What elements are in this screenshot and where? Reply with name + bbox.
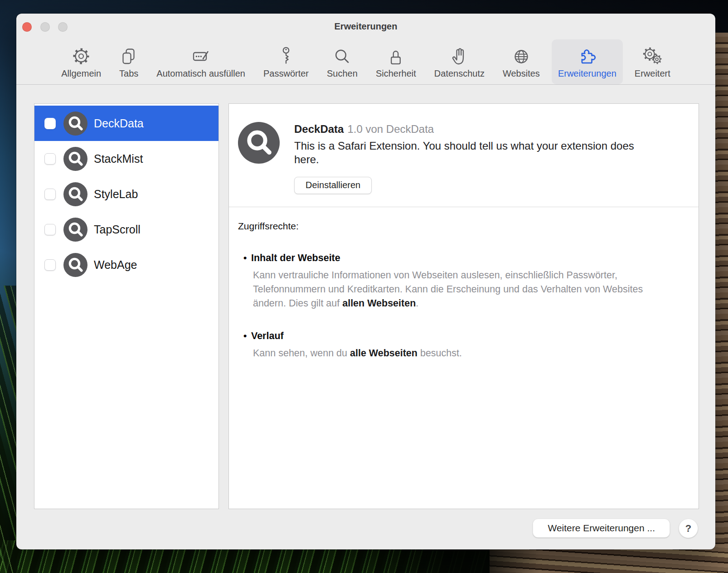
- tab-suchen[interactable]: Suchen: [320, 39, 364, 84]
- extension-title-row: DeckData1.0 von DeckData: [294, 123, 434, 136]
- tab-label: Websites: [503, 68, 540, 79]
- tabs-icon: [121, 44, 136, 66]
- permission-description: Kann vertrauliche Informationen von Webs…: [253, 268, 645, 311]
- permission-text-pre: Kann sehen, wenn du: [253, 348, 350, 359]
- permission-title: Inhalt der Webseite: [251, 253, 671, 264]
- extension-description: This is a Safari Extension. You should t…: [294, 139, 644, 167]
- toolbar-divider: [16, 84, 715, 85]
- permissions-section: Zugriffsrechte: • Inhalt der Webseite Ka…: [238, 221, 671, 380]
- tab-sicherheit[interactable]: Sicherheit: [369, 39, 422, 84]
- window-title: Erweiterungen: [16, 21, 715, 32]
- permission-description: Kann sehen, wenn du alle Webseiten besuc…: [253, 346, 645, 360]
- double-gear-icon: [642, 44, 663, 66]
- autofill-icon: [193, 44, 209, 66]
- uninstall-button[interactable]: Deinstallieren: [294, 177, 372, 194]
- extension-checkbox[interactable]: [44, 224, 56, 235]
- bullet-icon: •: [243, 253, 247, 263]
- wallpaper-plants-left: [0, 286, 18, 573]
- permission-text-post: .: [416, 298, 418, 309]
- tab-datenschutz[interactable]: Datenschutz: [428, 39, 491, 84]
- extension-checkbox[interactable]: [44, 189, 56, 200]
- extension-version-meta: 1.0 von DeckData: [347, 123, 434, 135]
- preferences-toolbar: Allgemein Tabs: [16, 37, 715, 84]
- extension-checkbox[interactable]: [44, 153, 56, 165]
- help-button[interactable]: ?: [679, 519, 698, 538]
- titlebar: Erweiterungen: [16, 14, 715, 39]
- permission-item-website-content: • Inhalt der Webseite Kann vertrauliche …: [238, 253, 671, 311]
- tab-allgemein[interactable]: Allgemein: [55, 39, 107, 84]
- puzzle-icon: [578, 44, 596, 66]
- extension-magnifier-icon: [63, 253, 87, 277]
- extension-name: TapScroll: [94, 223, 141, 236]
- permission-text-post: besuchst.: [417, 348, 462, 359]
- permission-text-bold: allen Webseiten: [342, 298, 416, 309]
- extension-row-deckdata[interactable]: DeckData: [34, 106, 218, 141]
- tab-label: Allgemein: [61, 68, 101, 79]
- detail-divider: [229, 207, 699, 207]
- extension-checkbox[interactable]: [44, 259, 56, 271]
- tab-erweitert[interactable]: Erweitert: [628, 39, 677, 84]
- extension-magnifier-icon: [63, 147, 87, 171]
- extension-row-tapscroll[interactable]: TapScroll: [34, 212, 218, 247]
- tab-tabs[interactable]: Tabs: [113, 39, 145, 84]
- tab-label: Erweiterungen: [558, 68, 616, 79]
- extension-row-webage[interactable]: WebAge: [34, 247, 218, 282]
- gear-icon: [72, 44, 90, 66]
- extension-name: StackMist: [94, 152, 143, 165]
- tab-label: Erweitert: [635, 68, 670, 79]
- lock-icon: [388, 44, 403, 66]
- extension-detail-panel: DeckData1.0 von DeckData This is a Safar…: [228, 103, 699, 509]
- extension-row-stylelab[interactable]: StyleLab: [34, 176, 218, 212]
- tab-label: Datenschutz: [434, 68, 485, 79]
- permissions-heading: Zugriffsrechte:: [238, 221, 671, 232]
- key-icon: [279, 44, 293, 66]
- extension-title: DeckData: [294, 123, 344, 135]
- more-extensions-button[interactable]: Weitere Erweiterungen ...: [533, 519, 670, 538]
- extension-detail-header: DeckData1.0 von DeckData This is a Safar…: [238, 122, 686, 194]
- bullet-icon: •: [243, 330, 247, 341]
- permission-text-pre: Kann vertrauliche Informationen von Webs…: [253, 270, 643, 309]
- extension-checkbox[interactable]: [44, 118, 56, 129]
- tab-label: Suchen: [327, 68, 358, 79]
- safari-preferences-window: Erweiterungen Allgemein Tabs: [16, 14, 715, 549]
- extension-name: StyleLab: [94, 188, 138, 201]
- extension-magnifier-icon: [63, 218, 87, 242]
- tab-label: Sicherheit: [376, 68, 416, 79]
- extension-name: WebAge: [94, 258, 137, 272]
- permission-item-history: • Verlauf Kann sehen, wenn du alle Webse…: [238, 330, 671, 360]
- extension-magnifier-icon: [63, 182, 87, 206]
- extensions-list: DeckData StackMist StyleLab: [34, 103, 219, 509]
- magnifier-icon: [334, 44, 350, 66]
- tab-automatisch-ausfuellen[interactable]: Automatisch ausfüllen: [150, 39, 252, 84]
- extension-magnifier-icon-large: [238, 122, 280, 164]
- permission-title: Verlauf: [251, 330, 671, 342]
- extension-name: DeckData: [94, 117, 144, 130]
- tab-erweiterungen[interactable]: Erweiterungen: [552, 39, 623, 84]
- tab-websites[interactable]: Websites: [496, 39, 546, 84]
- permission-text-bold: alle Webseiten: [350, 348, 417, 359]
- extension-row-stackmist[interactable]: StackMist: [34, 141, 218, 176]
- tab-passwoerter[interactable]: Passwörter: [257, 39, 315, 84]
- tab-label: Automatisch ausfüllen: [156, 68, 245, 79]
- tab-label: Tabs: [119, 68, 138, 79]
- tab-label: Passwörter: [263, 68, 309, 79]
- hand-icon: [451, 44, 467, 66]
- extension-magnifier-icon: [63, 112, 87, 136]
- globe-icon: [513, 44, 530, 66]
